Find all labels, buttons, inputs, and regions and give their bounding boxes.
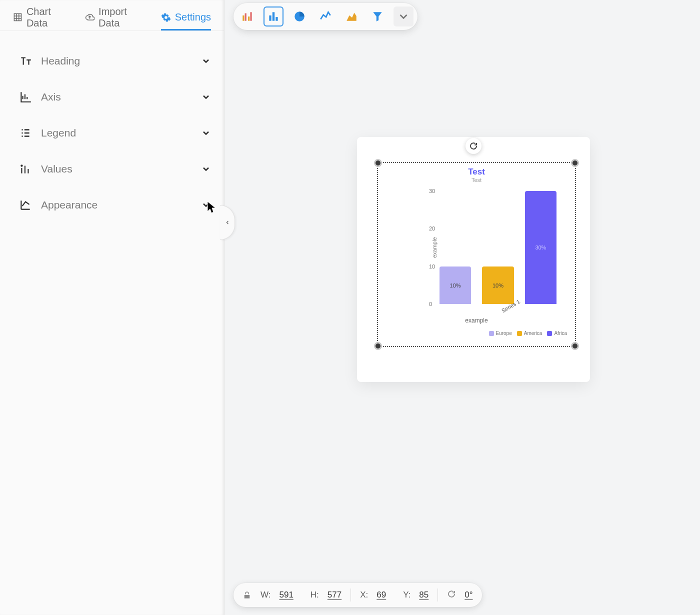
list-icon — [19, 126, 32, 140]
selection-bounding-box[interactable]: Test Test example 0 10 20 30 10% — [377, 162, 576, 347]
section-axis[interactable]: Axis — [19, 79, 211, 115]
y-value[interactable]: 85 — [419, 590, 428, 600]
width-label: W: — [260, 590, 270, 600]
y-tick: 30 — [429, 188, 435, 194]
status-bar: W: 591 H: 577 X: 69 Y: 85 0° — [234, 583, 482, 607]
resize-handle-bl[interactable] — [374, 342, 382, 350]
chart-type-line[interactable] — [316, 6, 336, 26]
canvas[interactable]: Test Test example 0 10 20 30 10% — [224, 0, 700, 615]
bar-value-label: 10% — [492, 282, 504, 288]
bar-value-label: 30% — [535, 244, 546, 250]
y-tick: 0 — [429, 301, 432, 307]
chart-plot-area: example 0 10 20 30 10% 10% — [406, 191, 567, 304]
svg-point-1 — [20, 164, 22, 166]
axis-icon — [19, 90, 32, 104]
svg-rect-10 — [272, 12, 274, 20]
section-label: Values — [41, 163, 201, 175]
rotate-icon[interactable] — [447, 590, 456, 601]
chart-type-funnel[interactable] — [368, 6, 388, 26]
legend-item-africa[interactable]: Africa — [547, 330, 567, 336]
chart-type-toolbar — [234, 3, 418, 30]
lock-icon[interactable] — [242, 590, 252, 600]
x-axis-label: example — [378, 317, 575, 324]
legend-item-europe[interactable]: Europe — [489, 330, 512, 336]
chart-type-bar[interactable] — [264, 6, 284, 26]
tab-label: Settings — [175, 12, 211, 23]
y-axis-label: example — [432, 237, 438, 258]
svg-rect-6 — [245, 14, 246, 21]
svg-rect-3 — [24, 166, 26, 174]
divider — [438, 588, 438, 602]
y-label: Y: — [403, 590, 410, 600]
section-label: Axis — [41, 91, 201, 103]
height-label: H: — [310, 590, 319, 600]
gear-icon — [161, 12, 171, 22]
svg-rect-5 — [242, 16, 244, 21]
svg-rect-4 — [28, 169, 28, 174]
settings-sections: Heading Axis Legend — [0, 31, 224, 223]
rotation-value[interactable]: 0° — [464, 590, 472, 600]
section-label: Heading — [41, 55, 201, 67]
legend-label: America — [524, 330, 542, 336]
bar-europe[interactable]: 10% — [440, 266, 471, 304]
chevron-down-icon — [201, 164, 211, 174]
section-appearance[interactable]: Appearance — [19, 187, 211, 223]
bars-area: 10% 10% 30% Series 1 — [437, 191, 559, 304]
app-root: Chart Data Import Data Settings Head — [0, 0, 700, 615]
chevron-down-icon — [201, 92, 211, 102]
section-values[interactable]: Values — [19, 151, 211, 187]
y-tick: 20 — [429, 226, 435, 232]
x-label: X: — [360, 590, 368, 600]
legend-swatch — [489, 331, 494, 336]
chart-type-pie[interactable] — [290, 6, 310, 26]
chevron-down-icon — [201, 128, 211, 138]
settings-sidebar: Chart Data Import Data Settings Head — [0, 0, 224, 615]
section-legend[interactable]: Legend — [19, 115, 211, 151]
chart-legend: Europe America Africa — [489, 330, 568, 336]
tab-chart-data[interactable]: Chart Data — [13, 4, 72, 30]
chevron-down-icon — [201, 200, 211, 210]
resize-handle-br[interactable] — [571, 342, 579, 350]
legend-label: Africa — [554, 330, 567, 336]
rotate-handle[interactable] — [466, 138, 482, 154]
chart-title[interactable]: Test — [378, 167, 575, 177]
bar-america[interactable]: 10% — [482, 266, 514, 304]
chart-type-bar-grouped[interactable] — [238, 6, 258, 26]
svg-rect-11 — [276, 17, 278, 21]
chart-subtitle[interactable]: Test — [378, 177, 575, 183]
bar-africa[interactable]: 30% — [525, 191, 556, 304]
resize-handle-tl[interactable] — [374, 159, 382, 167]
chevron-down-icon — [201, 56, 211, 66]
tab-import-data[interactable]: Import Data — [85, 4, 148, 30]
tab-label: Chart Data — [26, 6, 72, 29]
chart-type-area[interactable] — [342, 6, 362, 26]
svg-rect-0 — [14, 14, 21, 20]
grid-icon — [13, 12, 22, 22]
section-label: Appearance — [41, 199, 201, 211]
legend-label: Europe — [496, 330, 512, 336]
cloud-upload-icon — [85, 12, 94, 22]
text-icon — [19, 54, 32, 68]
style-icon — [19, 198, 32, 212]
resize-handle-tr[interactable] — [571, 159, 579, 167]
y-tick: 10 — [429, 264, 435, 270]
values-icon — [19, 162, 32, 176]
chart-type-more[interactable] — [394, 6, 414, 26]
tab-settings[interactable]: Settings — [161, 4, 211, 30]
sidebar-resize-edge[interactable] — [221, 0, 224, 615]
section-heading[interactable]: Heading — [19, 43, 211, 79]
width-value[interactable]: 591 — [279, 590, 293, 600]
svg-rect-8 — [250, 12, 252, 20]
chart-object[interactable]: Test Test example 0 10 20 30 10% — [357, 137, 590, 382]
legend-swatch — [547, 331, 552, 336]
sidebar-tabs: Chart Data Import Data Settings — [0, 4, 224, 31]
legend-swatch — [517, 331, 522, 336]
tab-label: Import Data — [98, 6, 148, 29]
divider — [350, 588, 351, 602]
x-value[interactable]: 69 — [376, 590, 386, 600]
height-value[interactable]: 577 — [328, 590, 342, 600]
bar-value-label: 10% — [450, 282, 461, 288]
svg-rect-7 — [248, 16, 250, 21]
legend-item-america[interactable]: America — [517, 330, 542, 336]
svg-rect-2 — [21, 168, 22, 174]
